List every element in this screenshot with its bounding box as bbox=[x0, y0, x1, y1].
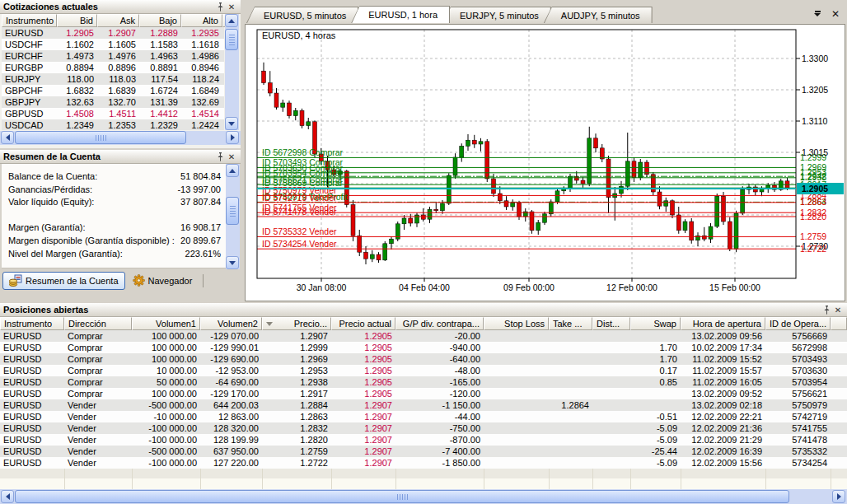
quote-row[interactable]: EURUSD1.29051.29071.28891.2935 bbox=[2, 27, 224, 39]
close-icon[interactable]: ✕ bbox=[226, 2, 237, 12]
quotes-column-header[interactable]: Bid bbox=[57, 14, 97, 27]
quote-row[interactable]: GBPJPY132.63132.70131.39132.69 bbox=[2, 96, 224, 108]
positions-column-header[interactable]: ID de Opera... bbox=[765, 317, 831, 330]
positions-column-header[interactable]: Precio... bbox=[262, 317, 331, 330]
positions-column-header[interactable]: G/P div. contrapa... bbox=[395, 317, 484, 330]
quote-row[interactable]: EURGBP0.88940.88960.88910.8946 bbox=[2, 62, 224, 73]
quotes-column-header[interactable]: Alto bbox=[181, 14, 222, 27]
positions-hscrollbar[interactable] bbox=[0, 489, 847, 504]
scroll-down-icon[interactable] bbox=[226, 256, 239, 269]
quote-value: 118.03 bbox=[97, 73, 139, 85]
close-icon[interactable]: ✕ bbox=[829, 7, 842, 20]
position-row[interactable]: EURUSDComprar100 000.00-129 990.011.2999… bbox=[0, 342, 847, 353]
position-instrument: EURUSD bbox=[0, 376, 64, 388]
close-icon[interactable]: ✕ bbox=[226, 152, 237, 162]
position-current-price: 1.2905 bbox=[331, 330, 395, 342]
position-row[interactable]: EURUSDVender-500 000.00644 200.031.28841… bbox=[0, 399, 847, 411]
candlestick-chart[interactable]: ID 5672998 Comprar1.2999ID 5703493 Compr… bbox=[246, 25, 845, 301]
positions-column-header[interactable]: Instrumento bbox=[0, 317, 64, 330]
quote-row[interactable]: USDCAD1.23491.23531.23291.2424 bbox=[2, 119, 224, 130]
quotes-column-header[interactable]: Instrumento bbox=[2, 14, 57, 27]
quote-instrument: GBPCHF bbox=[2, 85, 57, 96]
quotes-column-header[interactable]: Ask bbox=[97, 14, 139, 27]
positions-column-header[interactable]: Stop Loss bbox=[484, 317, 549, 330]
position-takeprofit bbox=[549, 446, 592, 457]
positions-column-header[interactable]: Take ... bbox=[549, 317, 592, 330]
quotes-column-header[interactable]: Bajo bbox=[139, 14, 181, 27]
position-current-price: 1.2905 bbox=[331, 388, 395, 399]
scroll-right-icon[interactable] bbox=[832, 490, 845, 503]
chart-tab-3[interactable]: EURJPY, 5 minutos bbox=[442, 7, 551, 23]
scroll-right-icon[interactable] bbox=[226, 131, 239, 144]
position-order-id: 5735332 bbox=[765, 446, 831, 457]
quote-value: 1.4508 bbox=[57, 108, 97, 119]
scroll-down-icon[interactable] bbox=[225, 117, 238, 130]
account-vscrollbar[interactable] bbox=[226, 164, 240, 269]
quotes-vscrollbar[interactable] bbox=[225, 14, 239, 130]
chart-tab-1[interactable]: EURUSD, 5 minutos bbox=[246, 7, 358, 23]
position-row[interactable]: EURUSDComprar50 000.00-64 690.001.29381.… bbox=[0, 376, 847, 388]
quote-value: 1.2935 bbox=[181, 27, 222, 39]
quote-row[interactable]: GBPUSD1.45081.45111.44121.4514 bbox=[2, 108, 224, 119]
position-dist bbox=[592, 411, 630, 422]
account-row-value: 37 807.84 bbox=[180, 196, 221, 209]
position-row[interactable]: EURUSDVender-100 000.00127 220.001.27221… bbox=[0, 457, 847, 469]
position-row[interactable]: EURUSDVender-500 000.00637 950.001.27591… bbox=[0, 446, 847, 457]
account-tab-label: Resumen de la Cuenta bbox=[26, 276, 119, 286]
svg-text:1.2820: 1.2820 bbox=[800, 212, 826, 222]
position-stoploss bbox=[484, 411, 549, 422]
chart-tab-2[interactable]: EURUSD, 1 hora bbox=[351, 6, 450, 23]
position-row[interactable]: EURUSDVender-100 000.00128 320.001.28321… bbox=[0, 422, 847, 434]
account-vscroll-thumb[interactable] bbox=[226, 197, 239, 225]
account-titlebar: Resumen de la Cuenta ✕ bbox=[0, 150, 241, 164]
positions-column-header[interactable]: Dirección bbox=[64, 317, 132, 330]
pin-icon[interactable] bbox=[214, 152, 226, 162]
pin-icon[interactable] bbox=[821, 305, 832, 315]
window-menu-icon[interactable] bbox=[811, 7, 824, 20]
positions-column-header[interactable]: Volumen2 bbox=[200, 317, 262, 330]
quote-row[interactable]: GBPCHF1.68321.68391.67241.6849 bbox=[2, 85, 224, 96]
position-volume2: 128 199.99 bbox=[200, 434, 262, 446]
quote-value: 1.6724 bbox=[139, 85, 181, 96]
close-icon[interactable]: ✕ bbox=[832, 305, 844, 315]
account-title: Resumen de la Cuenta bbox=[3, 152, 101, 161]
position-stoploss bbox=[484, 342, 549, 353]
position-row[interactable]: EURUSDComprar100 000.00-129 070.001.2907… bbox=[0, 330, 847, 342]
svg-text:1.3110: 1.3110 bbox=[802, 116, 827, 126]
svg-text:1.3300: 1.3300 bbox=[802, 54, 828, 63]
account-tab-resumen[interactable]: Resumen de la Cuenta bbox=[2, 272, 125, 290]
chart-tab-4[interactable]: AUDJPY, 5 minutos bbox=[544, 7, 653, 23]
positions-column-header[interactable]: Hora de apertura bbox=[681, 317, 765, 330]
position-swap bbox=[630, 388, 681, 399]
quote-value: 1.2349 bbox=[57, 119, 97, 130]
quotes-hscrollbar[interactable] bbox=[0, 131, 241, 145]
position-open-time: 11.02.2009 15:52 bbox=[681, 353, 765, 365]
position-price: 1.2938 bbox=[262, 376, 331, 388]
position-takeprofit bbox=[549, 422, 592, 434]
quotes-hscroll-thumb[interactable] bbox=[15, 131, 186, 144]
position-row[interactable]: EURUSDVender-100 000.00128 199.991.28201… bbox=[0, 434, 847, 446]
position-stoploss bbox=[484, 376, 549, 388]
position-swap: 1.70 bbox=[630, 353, 681, 365]
positions-column-header[interactable]: Volumen1 bbox=[132, 317, 200, 330]
quotes-vscroll-thumb[interactable] bbox=[225, 29, 238, 50]
position-row[interactable]: EURUSDComprar100 000.00-129 690.001.2969… bbox=[0, 353, 847, 365]
account-tab-navegador[interactable]: Navegador bbox=[127, 272, 199, 290]
positions-column-header[interactable]: Precio actual bbox=[331, 317, 395, 330]
pin-icon[interactable] bbox=[214, 2, 226, 12]
position-open-time: 11.02.2009 16:05 bbox=[681, 376, 765, 388]
quote-row[interactable]: USDCHF1.16021.16051.15831.1618 bbox=[2, 39, 224, 50]
positions-hscroll-thumb[interactable] bbox=[15, 490, 789, 503]
position-open-time: 12.02.2009 15:56 bbox=[681, 457, 765, 469]
position-row[interactable]: EURUSDComprar100 000.00-129 170.001.2917… bbox=[0, 388, 847, 399]
scroll-left-icon[interactable] bbox=[1, 490, 14, 503]
scroll-left-icon[interactable] bbox=[1, 131, 14, 144]
positions-column-header[interactable]: Dist... bbox=[592, 317, 630, 330]
scroll-up-icon[interactable] bbox=[226, 164, 239, 177]
positions-column-header[interactable]: Swap bbox=[630, 317, 681, 330]
quote-row[interactable]: EURJPY118.00118.03117.54118.24 bbox=[2, 73, 224, 85]
position-row[interactable]: EURUSDComprar10 000.00-12 953.001.29531.… bbox=[0, 365, 847, 376]
position-row[interactable]: EURUSDVender-10 000.0012 863.001.28631.2… bbox=[0, 411, 847, 422]
quote-row[interactable]: EURCHF1.49731.49761.49631.4986 bbox=[2, 50, 224, 62]
scroll-up-icon[interactable] bbox=[225, 14, 238, 27]
